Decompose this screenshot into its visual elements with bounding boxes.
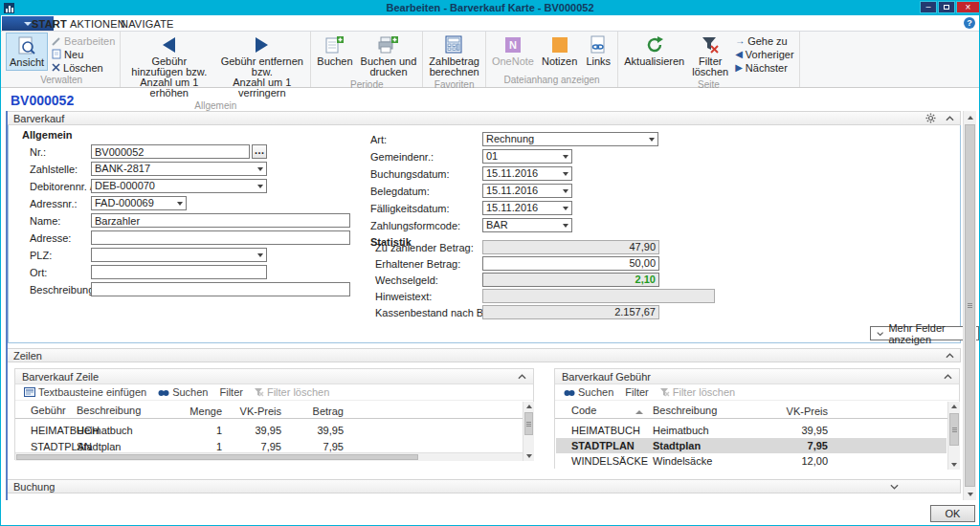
tab-start[interactable]: START <box>32 17 67 31</box>
collapse-chevron-up-icon[interactable] <box>518 374 526 380</box>
column-header-vk-preis[interactable]: VK-Preis <box>234 405 281 419</box>
adressnr-label: Adressnr.: <box>30 197 78 210</box>
links-button[interactable]: Links <box>582 33 614 69</box>
table-vertical-scrollbar[interactable] <box>947 402 960 470</box>
column-header-beschreibung[interactable]: Beschreibung <box>653 405 717 416</box>
minimize-button[interactable]: – <box>920 1 937 13</box>
art-combobox[interactable]: Rechnung <box>482 132 658 146</box>
filter-loeschen-button[interactable]: Filter löschen <box>689 33 731 79</box>
erhaltener-betrag-field[interactable]: 50,00 <box>482 256 659 271</box>
textbausteine-einfuegen-button[interactable]: Textbausteine einfügen <box>20 386 150 398</box>
gebuehr-hinzufuegen-button[interactable]: Gebühr hinzufügen bzw. Anzahl um 1 erhöh… <box>123 33 214 100</box>
column-header-vk-preis[interactable]: VK-Preis <box>780 405 828 419</box>
faelligkeitsdatum-picker[interactable]: 15.11.2016 <box>482 201 572 215</box>
group-label-seite: Seite <box>621 79 795 91</box>
debitor-combobox[interactable]: DEB-000070 <box>91 179 267 193</box>
plz-combobox[interactable] <box>91 248 267 262</box>
sticky-note-icon <box>552 34 568 55</box>
ok-button[interactable]: OK <box>930 505 975 522</box>
barverkauf-gebuehr-header[interactable]: Barverkauf Gebühr <box>555 369 959 384</box>
aktualisieren-button[interactable]: Aktualisieren <box>621 33 687 69</box>
barverkauf-zeile-header[interactable]: Barverkauf Zeile <box>15 369 533 384</box>
scroll-down-arrow[interactable] <box>523 451 534 461</box>
delete-x-icon <box>52 63 60 72</box>
post-document-icon <box>325 34 345 55</box>
window-title: Bearbeiten - Barverkauf Karte - BV000052 <box>1 2 979 14</box>
buchen-button[interactable]: Buchen <box>314 33 355 69</box>
bearbeiten-button[interactable]: Bearbeiten <box>50 34 117 47</box>
gehe-zu-button[interactable]: → Gehe zu <box>733 34 795 47</box>
chevron-down-icon <box>559 207 571 210</box>
nr-assist-button[interactable]: … <box>252 144 267 159</box>
column-header-menge[interactable]: Menge <box>174 405 222 419</box>
column-header-betrag[interactable]: Betrag <box>296 405 344 419</box>
help-icon[interactable]: ? <box>964 17 975 29</box>
zahlbetrag-berechnen-button[interactable]: Zahlbetrag berechnen <box>426 33 482 79</box>
collapse-chevron-up-icon[interactable] <box>944 374 952 380</box>
collapse-chevron-down-icon[interactable] <box>890 484 899 490</box>
section-buchung-header[interactable]: Buchung <box>8 479 961 493</box>
ort-field[interactable] <box>91 265 267 279</box>
collapse-chevron-up-icon[interactable] <box>946 116 954 121</box>
gear-icon[interactable] <box>925 113 936 123</box>
filter-button[interactable]: Filter <box>621 386 652 398</box>
scroll-down-arrow[interactable] <box>964 488 976 500</box>
tab-aktionen[interactable]: AKTIONEN <box>70 17 125 31</box>
adresse-field[interactable] <box>91 230 350 245</box>
hinweistext-label: Hinweistext: <box>375 290 432 303</box>
chevron-down-icon <box>24 22 32 26</box>
belegdatum-picker[interactable]: 15.11.2016 <box>482 184 572 198</box>
table-horizontal-scrollbar[interactable] <box>15 452 523 461</box>
close-button[interactable]: × <box>956 1 980 13</box>
scrollbar-thumb[interactable] <box>965 124 975 487</box>
suchen-button[interactable]: Suchen <box>154 386 212 398</box>
collapse-chevron-up-icon[interactable] <box>946 353 954 359</box>
restore-button[interactable] <box>938 1 955 13</box>
scrollbar-thumb[interactable] <box>949 413 959 446</box>
scroll-down-arrow[interactable] <box>948 460 960 470</box>
belegdatum-label: Belegdatum: <box>370 185 430 198</box>
neu-button[interactable]: Neu <box>50 48 117 60</box>
hinweistext-field <box>482 289 715 303</box>
filter-button[interactable]: Filter <box>215 386 246 398</box>
scrollbar-thumb[interactable] <box>524 412 533 435</box>
beschreibung-field[interactable] <box>91 282 350 296</box>
ansicht-button[interactable]: Ansicht <box>6 33 48 71</box>
sort-ascending-icon <box>635 410 643 414</box>
gebuehr-entfernen-button[interactable]: Gebühr entfernen bzw. Anzahl um 1 verrin… <box>216 33 307 100</box>
buchungsdatum-picker[interactable]: 15.11.2016 <box>482 166 572 181</box>
chevron-down-icon <box>877 331 883 337</box>
filter-loeschen-button[interactable]: Filter löschen <box>251 386 333 398</box>
nr-field[interactable] <box>91 144 250 159</box>
page-vertical-scrollbar[interactable] <box>963 111 976 500</box>
faelligkeitsdatum-label: Fälligkeitsdatum: <box>370 202 450 215</box>
column-header-code[interactable]: Code <box>571 405 596 416</box>
adressnr-combobox[interactable]: FAD-000069 <box>91 196 187 210</box>
scrollbar-thumb[interactable] <box>16 454 418 460</box>
zahlungsformcode-combobox[interactable]: BAR <box>482 218 572 232</box>
ort-label: Ort: <box>30 266 47 279</box>
table-vertical-scrollbar[interactable] <box>523 402 534 461</box>
naechster-button[interactable]: ▶ Nächster <box>733 61 795 74</box>
scroll-up-arrow[interactable] <box>523 402 534 411</box>
buchen-und-drucken-button[interactable]: Buchen und drucken <box>358 33 420 79</box>
onenote-button[interactable]: N OneNote <box>489 33 537 69</box>
ribbon: Ansicht Bearbeiten Neu Löschen <box>1 32 979 88</box>
scroll-up-arrow[interactable] <box>964 111 976 123</box>
column-header-beschreibung[interactable]: Beschreibung <box>77 405 141 416</box>
vorheriger-button[interactable]: ◀ Vorheriger <box>733 48 795 60</box>
tab-navigate[interactable]: NAVIGATE <box>121 17 174 31</box>
column-header-gebuehr[interactable]: Gebühr <box>31 405 66 416</box>
zu-zahlender-betrag-label: Zu zahlender Betrag: <box>375 241 474 254</box>
filter-loeschen-button[interactable]: Filter löschen <box>657 386 739 398</box>
section-zeilen-header[interactable]: Zeilen <box>8 348 961 362</box>
zahlstelle-combobox[interactable]: BANK-2817 <box>91 162 267 176</box>
fasttab-barverkauf-header[interactable]: Barverkauf <box>8 111 961 125</box>
name-field[interactable] <box>91 213 350 228</box>
loeschen-button[interactable]: Löschen <box>50 61 117 74</box>
suchen-button[interactable]: Suchen <box>560 386 617 398</box>
notizen-button[interactable]: Notizen <box>539 33 580 69</box>
clear-filter-icon <box>255 388 264 397</box>
gemeindenr-combobox[interactable]: 01 <box>482 149 572 164</box>
scroll-up-arrow[interactable] <box>948 402 960 411</box>
